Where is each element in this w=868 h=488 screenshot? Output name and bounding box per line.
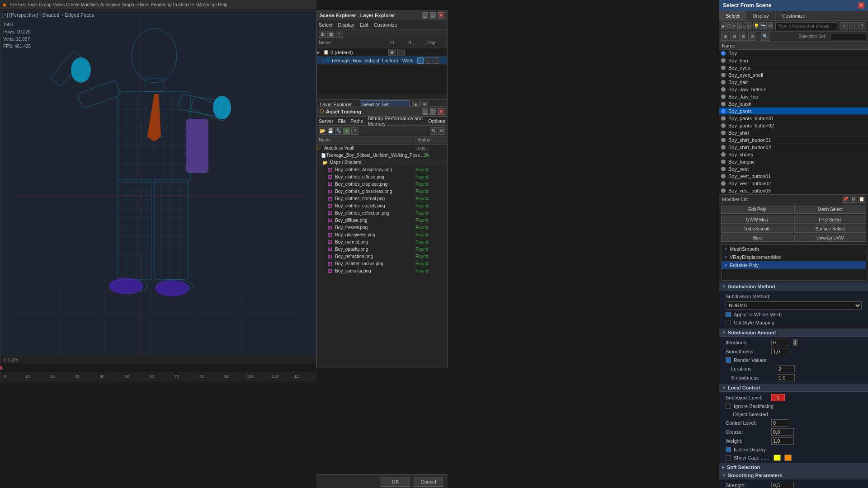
apply-whole-mesh-check[interactable] xyxy=(726,312,731,317)
window-controls[interactable]: _ □ ✕ xyxy=(422,12,444,19)
sfs-filter6[interactable]: ⬭ xyxy=(747,22,752,30)
show-cage-check[interactable] xyxy=(726,455,731,460)
object-item-boy-hair[interactable]: Boy_hair xyxy=(719,79,868,86)
layer-vis-btn[interactable]: 👁 xyxy=(388,49,396,56)
asset-row-10[interactable]: 🖼Boy_diffuse.pngFound xyxy=(317,217,447,224)
asset-row-3[interactable]: 🖼Boy_clothes_Anisotropy.pngFound xyxy=(317,166,447,174)
object-item-boy-pants-button02[interactable]: Boy_pants_button02 xyxy=(719,122,868,129)
asset-tb-2[interactable]: 💾 xyxy=(327,127,334,135)
object-item-boy-eyes-shell[interactable]: Boy_eyes_shell xyxy=(719,71,868,79)
ok-button[interactable]: OK xyxy=(381,477,410,487)
sublevel-val[interactable]: 1 xyxy=(771,394,785,401)
edit-poly-button[interactable]: Edit Poly xyxy=(721,205,793,214)
boy-extra[interactable] xyxy=(433,57,439,64)
sfs-filter2[interactable]: ⬡ xyxy=(726,22,731,30)
sfs-filter8[interactable]: 📷 xyxy=(760,22,767,30)
close-btn[interactable]: ✕ xyxy=(438,12,444,19)
asset-tb-3[interactable]: 🔧 xyxy=(335,127,342,135)
object-item-boy-shirt-button02[interactable]: Boy_shirt_button02 xyxy=(719,144,868,151)
asset-row-11[interactable]: 🖼Boy_fresnel.pngFound xyxy=(317,224,447,231)
asset-row-0[interactable]: ⬡Autodesk VaultLogg... xyxy=(317,145,447,152)
old-style-mapping-check[interactable] xyxy=(726,320,731,325)
menu-select[interactable]: Select xyxy=(319,22,333,28)
menu-customize[interactable]: Customize xyxy=(374,22,397,28)
asset-menu-file[interactable]: File xyxy=(338,118,346,124)
sfs-filter7[interactable]: 💡 xyxy=(753,22,760,30)
asset-tb-1[interactable]: 📂 xyxy=(319,127,326,135)
object-item-boy-leash[interactable]: Boy_leash xyxy=(719,100,868,108)
asset-minimize[interactable]: _ xyxy=(422,108,428,115)
mod-surface-select[interactable]: Surface Select xyxy=(794,225,867,233)
smoothing-params-header[interactable]: ▼ Smoothing Parameters xyxy=(719,471,868,479)
sfs-tab-display[interactable]: Display xyxy=(746,11,776,20)
object-item-boy-tongue[interactable]: Boy_tongue xyxy=(719,158,868,165)
cancel-button[interactable]: Cancel xyxy=(414,477,443,487)
asset-row-1[interactable]: 📄Teenage_Boy_School_Uniform_Walking_Pose… xyxy=(317,152,447,159)
ignore-backface-check[interactable] xyxy=(726,404,731,409)
asset-row-12[interactable]: 🖼Boy_glossiness.pngFound xyxy=(317,231,447,239)
sfs-filter3[interactable]: ○ xyxy=(732,22,736,30)
sfs-options[interactable]: ⋯ xyxy=(849,22,857,30)
layer-row-boy[interactable]: ▷ ⬡ Teenage_Boy_School_Uniform_Walk... xyxy=(317,56,447,65)
stack-editpoly[interactable]: ✔ Editable Poly xyxy=(722,261,866,269)
asset-row-17[interactable]: 🖼Boy_specular.pngFound xyxy=(317,267,447,275)
asset-close[interactable]: ✕ xyxy=(438,108,444,115)
iter-up[interactable]: ▲ xyxy=(793,339,797,343)
mod-pin[interactable]: 📌 xyxy=(842,196,849,203)
asset-row-16[interactable]: 🖼Boy_Scatter_radius.pngFound xyxy=(317,260,447,267)
object-item-boy-vest-button01[interactable]: Boy_vest_button01 xyxy=(719,173,868,180)
sfs-tab-select[interactable]: Select xyxy=(719,11,746,20)
filter-icon[interactable]: ⊞ xyxy=(319,31,326,38)
iter-down[interactable]: ▼ xyxy=(793,343,797,346)
sfs-find[interactable]: 🔍 xyxy=(761,33,769,41)
asset-row-13[interactable]: 🖼Boy_normal.pngFound xyxy=(317,239,447,246)
menu-edit[interactable]: Edit xyxy=(360,22,368,28)
sfs-win-ctrl[interactable]: ✕ xyxy=(858,2,864,9)
nurms-select[interactable]: NURMS xyxy=(726,301,862,310)
weight-val[interactable]: 1,0 xyxy=(771,437,794,445)
object-item-boy-vest-button02[interactable]: Boy_vest_button02 xyxy=(719,180,868,187)
smooth-val[interactable]: 1,0 xyxy=(771,348,789,355)
cage-color-1[interactable] xyxy=(774,455,781,461)
object-item-boy-shoes[interactable]: Boy_shoes xyxy=(719,151,868,158)
asset-menu-server[interactable]: Server xyxy=(319,118,333,124)
layer-row-default[interactable]: ▶ 📋 0 (default) 👁 xyxy=(317,48,447,56)
asset-menu-options[interactable]: Options xyxy=(428,118,445,124)
sfs-filter5[interactable]: □ xyxy=(743,22,747,30)
cage-color-2[interactable] xyxy=(784,455,792,461)
sfs-close[interactable]: ✕ xyxy=(858,2,864,9)
rend-smooth-val[interactable]: 1,0 xyxy=(777,374,795,381)
boy-render[interactable] xyxy=(425,57,431,64)
asset-tb-r1[interactable]: ↻ xyxy=(430,127,437,135)
object-item-boy-jaw-bottom[interactable]: Boy_Jaw_bottom xyxy=(719,86,868,93)
asset-maximize[interactable]: □ xyxy=(430,108,436,115)
asset-tb-5[interactable]: ? xyxy=(351,127,359,135)
render-vals-check[interactable] xyxy=(726,357,731,363)
sfs-filter4[interactable]: △ xyxy=(737,22,742,30)
iter-val[interactable]: 0 xyxy=(771,339,789,346)
object-item-boy-vest-button03[interactable]: Boy_vest_button03 xyxy=(719,187,868,194)
object-item-boy-jaw-top[interactable]: Boy_Jaw_top xyxy=(719,93,868,100)
sfs-desel[interactable]: ⊟ xyxy=(730,33,738,41)
asset-tb-4[interactable]: ≡ xyxy=(343,127,350,135)
sfs-tab-customize[interactable]: Customize xyxy=(776,11,812,20)
options-icon[interactable]: ≡ xyxy=(336,31,343,38)
minimize-btn[interactable]: _ xyxy=(422,12,428,19)
asset-row-5[interactable]: 🖼Boy_clothes_displace.pngFound xyxy=(317,181,447,188)
asset-row-15[interactable]: 🖼Boy_refraction.pngFound xyxy=(317,253,447,260)
asset-row-8[interactable]: 🖼Boy_clothes_opacity.pngFound xyxy=(317,202,447,210)
stack-meshsmooth[interactable]: ✔ MeshSmooth xyxy=(722,245,866,253)
iter-spinner[interactable]: ▲ ▼ xyxy=(793,339,797,346)
maximize-btn[interactable]: □ xyxy=(430,12,436,19)
object-item-boy-shirt-button01[interactable]: Boy_shirt_button01 xyxy=(719,136,868,144)
mod-slice[interactable]: Slice xyxy=(721,234,793,242)
asset-row-14[interactable]: 🖼Boy_opacity.pngFound xyxy=(317,246,447,253)
mod-config[interactable]: ⚙ xyxy=(850,196,857,203)
sort-icon[interactable]: ▦ xyxy=(327,31,335,38)
sfs-invert[interactable]: ⊠ xyxy=(739,33,747,41)
object-item-boy-bag[interactable]: Boy_bag xyxy=(719,57,868,64)
soft-selection-header[interactable]: ▶ Soft Selection xyxy=(719,463,868,471)
mod-fpd[interactable]: FPD Select xyxy=(794,216,867,224)
menu-display[interactable]: Display xyxy=(338,22,354,28)
crease-val[interactable]: 0,0 xyxy=(771,428,794,436)
